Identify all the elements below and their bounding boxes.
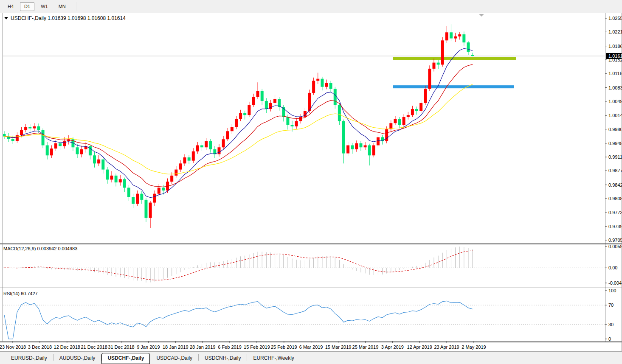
chart-title: USDCHF-,Daily 1.01639 1.01698 1.01608 1.… [11, 15, 126, 21]
svg-text:12 Apr 2019: 12 Apr 2019 [407, 344, 432, 350]
tf-button-h4[interactable]: H4 [3, 2, 18, 11]
tab-usdcad-daily[interactable]: USDCAD-,Daily [150, 353, 198, 364]
svg-text:3 Apr 2019: 3 Apr 2019 [381, 344, 404, 350]
svg-text:25 Feb 2019: 25 Feb 2019 [271, 344, 297, 350]
svg-text:0.97390: 0.97390 [608, 224, 622, 229]
svg-text:0.99110: 0.99110 [608, 154, 622, 160]
bid-price-value: 1.01614 [608, 53, 622, 59]
svg-text:0.97050: 0.97050 [608, 238, 622, 243]
tab-usdchf-daily[interactable]: USDCHF-,Daily [101, 353, 150, 364]
svg-text:15 Feb 2019: 15 Feb 2019 [244, 344, 270, 350]
svg-text:1.00140: 1.00140 [608, 113, 622, 118]
svg-text:1.02210: 1.02210 [608, 29, 622, 34]
svg-text:25 Mar 2019: 25 Mar 2019 [352, 344, 379, 350]
svg-text:12 Dec 2018: 12 Dec 2018 [54, 344, 80, 350]
svg-text:0.98770: 0.98770 [608, 168, 622, 173]
svg-text:15 Mar 2019: 15 Mar 2019 [325, 344, 352, 350]
svg-text:0.99800: 0.99800 [608, 127, 622, 132]
svg-text:23 Nov 2018: 23 Nov 2018 [0, 344, 26, 350]
svg-text:6 Feb 2019: 6 Feb 2019 [218, 344, 242, 350]
svg-text:0.97730: 0.97730 [608, 210, 622, 215]
svg-text:1.00830: 1.00830 [608, 85, 622, 90]
svg-text:0.00: 0.00 [608, 265, 617, 270]
tab-audusd-daily[interactable]: AUDUSD-,Daily [53, 353, 101, 364]
chart-background [0, 13, 622, 351]
svg-text:21 Dec 2018: 21 Dec 2018 [81, 344, 107, 350]
timeframe-toolbar: H4D1W1MN [0, 0, 622, 13]
toolbar-separator [76, 2, 76, 11]
tf-button-mn[interactable]: MN [54, 2, 70, 11]
svg-text:-0.004243: -0.004243 [608, 280, 622, 286]
tf-button-d1[interactable]: D1 [20, 2, 34, 11]
macd-label: MACD(12,26,9) 0.003942 0.004983 [3, 246, 77, 251]
svg-text:1.01180: 1.01180 [608, 71, 622, 76]
tf-button-w1[interactable]: W1 [37, 2, 52, 11]
svg-text:9 Jan 2019: 9 Jan 2019 [137, 344, 160, 350]
svg-text:1.01860: 1.01860 [608, 44, 622, 49]
tab-usdcnh-daily[interactable]: USDCNH-,Daily [199, 353, 247, 364]
svg-text:23 Apr 2019: 23 Apr 2019 [434, 344, 459, 350]
svg-text:0: 0 [608, 336, 611, 342]
svg-text:1.00490: 1.00490 [608, 99, 622, 104]
rsi-label: RSI(14) 60.7427 [3, 291, 38, 296]
svg-text:100: 100 [608, 288, 616, 293]
svg-text:3 Dec 2018: 3 Dec 2018 [28, 344, 52, 350]
svg-text:31 Dec 2018: 31 Dec 2018 [108, 344, 134, 350]
svg-text:70: 70 [608, 302, 614, 308]
chart-window[interactable]: USDCHF-,Daily 1.01639 1.01698 1.01608 1.… [0, 13, 622, 351]
svg-text:28 Jan 2019: 28 Jan 2019 [190, 344, 216, 350]
resistance-line-olive[interactable] [393, 57, 516, 60]
svg-text:0.99450: 0.99450 [608, 141, 622, 146]
svg-text:6 Mar 2019: 6 Mar 2019 [299, 344, 323, 350]
svg-text:2 May 2019: 2 May 2019 [462, 344, 486, 350]
tab-eurusd-daily[interactable]: EURUSD-,Daily [5, 353, 53, 364]
svg-text:1.02550: 1.02550 [608, 16, 622, 21]
svg-text:0.98080: 0.98080 [608, 196, 622, 201]
mt4-window: H4D1W1MN USDCHF-,Daily 1.01639 1.01698 1… [0, 0, 622, 364]
svg-text:0.98420: 0.98420 [608, 182, 622, 188]
tab-eurchf-weekly[interactable]: EURCHF-,Weekly [247, 353, 300, 364]
svg-text:0.00597: 0.00597 [608, 244, 622, 249]
chart-tabs: EURUSD-,DailyAUDUSD-,DailyUSDCHF-,DailyU… [0, 351, 622, 364]
support-line-blue[interactable] [393, 85, 514, 88]
svg-text:18 Jan 2019: 18 Jan 2019 [163, 344, 189, 350]
svg-text:30: 30 [608, 322, 614, 327]
